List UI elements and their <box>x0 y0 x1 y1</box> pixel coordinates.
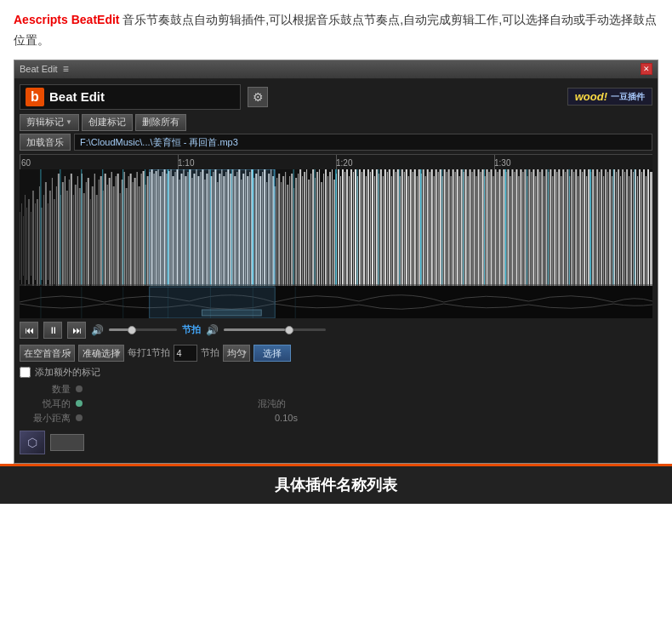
beat-label: 节拍 <box>182 323 201 336</box>
svg-rect-341 <box>202 310 261 316</box>
bottom-banner-text: 具体插件名称列表 <box>275 477 397 494</box>
pleasant-dot <box>76 400 83 407</box>
beat-unit-label: 节拍 <box>201 346 219 359</box>
brand-logo: wood! 一豆插件 <box>567 88 652 106</box>
prev-button[interactable]: ⏮ <box>20 322 38 339</box>
svg-rect-2 <box>21 203 22 284</box>
close-button[interactable]: ✕ <box>641 63 652 75</box>
ruler-mark-4: 1:30 <box>494 158 510 168</box>
svg-rect-18 <box>54 199 55 284</box>
svg-rect-22 <box>62 182 64 301</box>
svg-rect-36 <box>92 186 94 297</box>
svg-rect-30 <box>79 188 81 297</box>
transport-row: ⏮ ⏸ ⏭ 🔊 节拍 🔊 <box>20 318 652 342</box>
extra-marks-row: 添加额外的标记 <box>20 364 652 380</box>
beat-volume-icon: 🔊 <box>206 324 219 336</box>
pause-button[interactable]: ⏸ <box>43 322 62 339</box>
window-title: Beat Edit <box>20 64 58 74</box>
settings-button[interactable]: ⚙ <box>248 87 268 107</box>
brand-suffix: 一豆插件 <box>611 91 645 103</box>
svg-rect-4 <box>25 195 26 288</box>
svg-rect-329 <box>150 169 276 285</box>
select-button[interactable]: 选择 <box>253 345 291 362</box>
logo-area: b Beat Edit <box>20 84 241 110</box>
top-description: Aescripts BeatEdit 音乐节奏鼓点自动剪辑插件,可以根据音乐鼓点… <box>0 0 672 60</box>
svg-rect-19 <box>56 186 57 301</box>
svg-rect-49 <box>120 193 121 295</box>
svg-rect-14 <box>45 182 47 301</box>
select-type-select[interactable]: 准确选择 <box>78 345 124 362</box>
noisy-label: 混沌的 <box>258 397 286 410</box>
header-row: b Beat Edit ⚙ wood! 一豆插件 <box>20 84 652 110</box>
count-label: 数量 <box>28 383 71 396</box>
logo-letter: b <box>26 88 44 106</box>
extra-marks-label: 添加额外的标记 <box>35 366 100 379</box>
title-bar: Beat Edit ≡ ✕ <box>14 60 658 79</box>
bottom-banner: 具体插件名称列表 <box>0 464 672 504</box>
pleasant-label: 悦耳的 <box>28 397 71 410</box>
brand-name: Aescripts BeatEdit <box>14 13 119 26</box>
app-name: Beat Edit <box>49 89 235 104</box>
mindist-label: 最小距离 <box>28 412 71 425</box>
count-dot <box>76 385 83 392</box>
svg-rect-24 <box>66 191 68 293</box>
waveform-display[interactable]: 一豆铺店&素材库 http://lingoufw.tmall.com 一豆铺店&… <box>20 169 652 318</box>
time-value: 0.10s <box>275 413 298 423</box>
params-area: 数量 悦耳的 混沌的 最小距离 0.10s <box>20 380 652 427</box>
count-param-row: 数量 <box>28 382 652 397</box>
timeline-ruler: 60 1:10 1:20 1:30 <box>20 154 652 169</box>
svg-rect-28 <box>75 185 77 300</box>
options-row: 在空首音乐 准确选择 每打1节拍 节拍 均匀 选择 <box>20 342 652 364</box>
file-path-display: F:\CloudMusic\...\姜育恒 - 再回首.mp3 <box>74 134 652 151</box>
svg-rect-38 <box>96 195 98 293</box>
svg-rect-6 <box>28 199 30 284</box>
svg-rect-11 <box>39 186 40 297</box>
music-type-select[interactable]: 在空首音乐 <box>20 345 75 362</box>
svg-rect-8 <box>32 191 34 293</box>
svg-rect-331 <box>20 286 652 318</box>
create-mark-button[interactable]: 创建标记 <box>82 114 133 131</box>
svg-rect-128 <box>287 185 288 302</box>
extra-marks-checkbox[interactable] <box>20 367 31 378</box>
distribute-wrapper[interactable]: 均匀 <box>223 345 250 362</box>
svg-rect-16 <box>49 191 51 297</box>
svg-rect-3 <box>23 216 24 276</box>
delete-all-button[interactable]: 删除所有 <box>135 114 186 131</box>
load-music-row: 加载音乐 F:\CloudMusic\...\姜育恒 - 再回首.mp3 <box>20 134 652 151</box>
svg-rect-1 <box>20 212 20 280</box>
pleasant-param-row: 悦耳的 混沌的 <box>28 397 652 411</box>
mindist-dot <box>76 414 83 421</box>
toolbar-row-1: 剪辑标记▼ 创建标记 删除所有 <box>20 114 652 131</box>
gray-rect <box>50 434 84 451</box>
ruler-mark-2: 1:10 <box>178 158 194 168</box>
svg-rect-58 <box>139 186 140 301</box>
ruler-mark-1: 60 <box>21 158 31 168</box>
cube-icon[interactable]: ⬡ <box>20 431 45 454</box>
svg-rect-7 <box>31 212 31 276</box>
svg-rect-9 <box>35 203 36 280</box>
title-bar-left: Beat Edit ≡ <box>20 63 69 75</box>
beat-count-input[interactable] <box>174 345 197 362</box>
brand-wood: wood! <box>575 90 607 103</box>
menu-icon[interactable]: ≡ <box>63 63 69 75</box>
svg-rect-33 <box>86 182 87 301</box>
ruler-mark-3: 1:20 <box>336 158 352 168</box>
volume-icon: 🔊 <box>91 324 104 336</box>
distribute-select[interactable]: 均匀 <box>223 345 250 362</box>
svg-rect-13 <box>43 195 44 288</box>
svg-rect-25 <box>69 180 70 303</box>
svg-rect-5 <box>26 208 27 280</box>
next-button[interactable]: ⏭ <box>67 322 86 339</box>
per-beat-label: 每打1节拍 <box>128 346 170 359</box>
svg-rect-10 <box>37 199 38 288</box>
svg-rect-46 <box>113 186 115 299</box>
plugin-window: Beat Edit ≡ ✕ b Beat Edit ⚙ wood! 一豆插件 剪… <box>14 60 658 464</box>
load-music-button[interactable]: 加载音乐 <box>20 134 71 151</box>
mindist-param-row: 最小距离 0.10s <box>28 411 652 425</box>
beat-slider[interactable] <box>224 328 326 331</box>
select-type-wrapper[interactable]: 准确选择 <box>78 345 124 362</box>
music-type-wrapper[interactable]: 在空首音乐 <box>20 345 75 362</box>
svg-rect-52 <box>126 188 128 297</box>
volume-slider[interactable] <box>109 328 177 331</box>
edit-mark-button[interactable]: 剪辑标记▼ <box>20 114 79 131</box>
